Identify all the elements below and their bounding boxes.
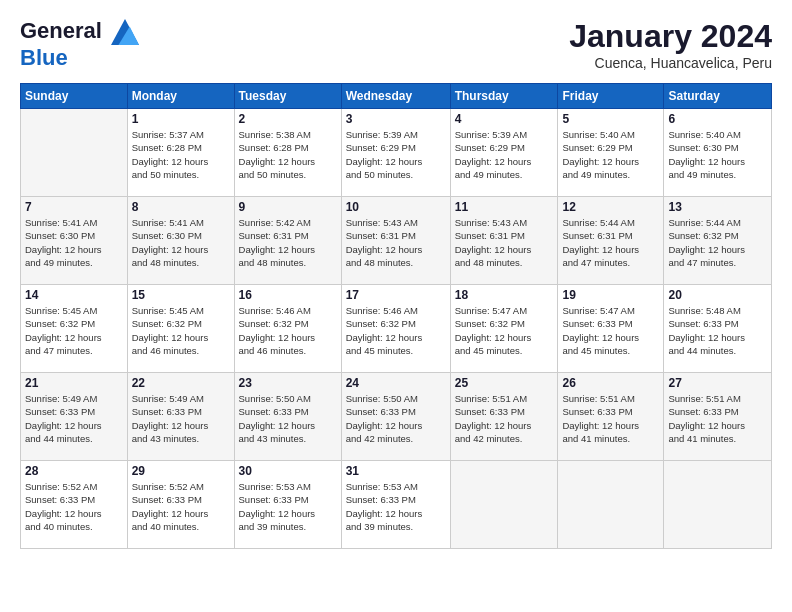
day-info: Sunrise: 5:40 AMSunset: 6:29 PMDaylight:…	[562, 128, 659, 181]
calendar: SundayMondayTuesdayWednesdayThursdayFrid…	[20, 83, 772, 549]
header: General Blue January 2024 Cuenca, Huanca…	[20, 18, 772, 71]
day-info: Sunrise: 5:52 AMSunset: 6:33 PMDaylight:…	[132, 480, 230, 533]
calendar-cell: 10Sunrise: 5:43 AMSunset: 6:31 PMDayligh…	[341, 197, 450, 285]
day-number: 24	[346, 376, 446, 390]
calendar-cell: 8Sunrise: 5:41 AMSunset: 6:30 PMDaylight…	[127, 197, 234, 285]
calendar-cell	[664, 461, 772, 549]
day-info: Sunrise: 5:51 AMSunset: 6:33 PMDaylight:…	[455, 392, 554, 445]
day-number: 20	[668, 288, 767, 302]
calendar-cell	[450, 461, 558, 549]
day-info: Sunrise: 5:51 AMSunset: 6:33 PMDaylight:…	[668, 392, 767, 445]
page: General Blue January 2024 Cuenca, Huanca…	[0, 0, 792, 612]
day-number: 14	[25, 288, 123, 302]
day-number: 6	[668, 112, 767, 126]
location: Cuenca, Huancavelica, Peru	[569, 55, 772, 71]
day-info: Sunrise: 5:40 AMSunset: 6:30 PMDaylight:…	[668, 128, 767, 181]
calendar-cell: 7Sunrise: 5:41 AMSunset: 6:30 PMDaylight…	[21, 197, 128, 285]
day-number: 15	[132, 288, 230, 302]
day-info: Sunrise: 5:45 AMSunset: 6:32 PMDaylight:…	[132, 304, 230, 357]
day-info: Sunrise: 5:53 AMSunset: 6:33 PMDaylight:…	[346, 480, 446, 533]
day-info: Sunrise: 5:39 AMSunset: 6:29 PMDaylight:…	[346, 128, 446, 181]
day-info: Sunrise: 5:38 AMSunset: 6:28 PMDaylight:…	[239, 128, 337, 181]
day-number: 4	[455, 112, 554, 126]
day-info: Sunrise: 5:53 AMSunset: 6:33 PMDaylight:…	[239, 480, 337, 533]
week-row-5: 28Sunrise: 5:52 AMSunset: 6:33 PMDayligh…	[21, 461, 772, 549]
day-number: 22	[132, 376, 230, 390]
week-row-4: 21Sunrise: 5:49 AMSunset: 6:33 PMDayligh…	[21, 373, 772, 461]
day-info: Sunrise: 5:47 AMSunset: 6:33 PMDaylight:…	[562, 304, 659, 357]
day-info: Sunrise: 5:49 AMSunset: 6:33 PMDaylight:…	[25, 392, 123, 445]
calendar-cell: 26Sunrise: 5:51 AMSunset: 6:33 PMDayligh…	[558, 373, 664, 461]
day-info: Sunrise: 5:44 AMSunset: 6:32 PMDaylight:…	[668, 216, 767, 269]
calendar-cell: 31Sunrise: 5:53 AMSunset: 6:33 PMDayligh…	[341, 461, 450, 549]
calendar-cell: 4Sunrise: 5:39 AMSunset: 6:29 PMDaylight…	[450, 109, 558, 197]
weekday-header-row: SundayMondayTuesdayWednesdayThursdayFrid…	[21, 84, 772, 109]
day-number: 31	[346, 464, 446, 478]
day-number: 7	[25, 200, 123, 214]
calendar-cell: 18Sunrise: 5:47 AMSunset: 6:32 PMDayligh…	[450, 285, 558, 373]
logo: General Blue	[20, 18, 139, 70]
day-number: 27	[668, 376, 767, 390]
day-info: Sunrise: 5:52 AMSunset: 6:33 PMDaylight:…	[25, 480, 123, 533]
week-row-3: 14Sunrise: 5:45 AMSunset: 6:32 PMDayligh…	[21, 285, 772, 373]
day-number: 1	[132, 112, 230, 126]
day-number: 10	[346, 200, 446, 214]
day-number: 9	[239, 200, 337, 214]
day-number: 23	[239, 376, 337, 390]
logo-text: General	[20, 18, 139, 46]
day-number: 25	[455, 376, 554, 390]
day-info: Sunrise: 5:50 AMSunset: 6:33 PMDaylight:…	[239, 392, 337, 445]
day-number: 21	[25, 376, 123, 390]
day-number: 11	[455, 200, 554, 214]
weekday-sunday: Sunday	[21, 84, 128, 109]
calendar-cell: 3Sunrise: 5:39 AMSunset: 6:29 PMDaylight…	[341, 109, 450, 197]
calendar-cell: 29Sunrise: 5:52 AMSunset: 6:33 PMDayligh…	[127, 461, 234, 549]
calendar-cell: 21Sunrise: 5:49 AMSunset: 6:33 PMDayligh…	[21, 373, 128, 461]
calendar-cell: 24Sunrise: 5:50 AMSunset: 6:33 PMDayligh…	[341, 373, 450, 461]
day-info: Sunrise: 5:37 AMSunset: 6:28 PMDaylight:…	[132, 128, 230, 181]
calendar-cell: 19Sunrise: 5:47 AMSunset: 6:33 PMDayligh…	[558, 285, 664, 373]
calendar-cell: 16Sunrise: 5:46 AMSunset: 6:32 PMDayligh…	[234, 285, 341, 373]
month-title: January 2024	[569, 18, 772, 55]
calendar-cell: 1Sunrise: 5:37 AMSunset: 6:28 PMDaylight…	[127, 109, 234, 197]
calendar-cell: 27Sunrise: 5:51 AMSunset: 6:33 PMDayligh…	[664, 373, 772, 461]
day-number: 26	[562, 376, 659, 390]
day-info: Sunrise: 5:50 AMSunset: 6:33 PMDaylight:…	[346, 392, 446, 445]
day-number: 2	[239, 112, 337, 126]
day-info: Sunrise: 5:48 AMSunset: 6:33 PMDaylight:…	[668, 304, 767, 357]
logo-blue: Blue	[20, 46, 68, 70]
week-row-2: 7Sunrise: 5:41 AMSunset: 6:30 PMDaylight…	[21, 197, 772, 285]
day-number: 8	[132, 200, 230, 214]
day-number: 17	[346, 288, 446, 302]
title-block: January 2024 Cuenca, Huancavelica, Peru	[569, 18, 772, 71]
calendar-cell: 6Sunrise: 5:40 AMSunset: 6:30 PMDaylight…	[664, 109, 772, 197]
day-info: Sunrise: 5:43 AMSunset: 6:31 PMDaylight:…	[346, 216, 446, 269]
day-info: Sunrise: 5:51 AMSunset: 6:33 PMDaylight:…	[562, 392, 659, 445]
day-info: Sunrise: 5:41 AMSunset: 6:30 PMDaylight:…	[132, 216, 230, 269]
day-number: 30	[239, 464, 337, 478]
weekday-tuesday: Tuesday	[234, 84, 341, 109]
calendar-cell: 13Sunrise: 5:44 AMSunset: 6:32 PMDayligh…	[664, 197, 772, 285]
calendar-cell: 25Sunrise: 5:51 AMSunset: 6:33 PMDayligh…	[450, 373, 558, 461]
day-number: 16	[239, 288, 337, 302]
calendar-cell	[558, 461, 664, 549]
day-number: 13	[668, 200, 767, 214]
weekday-wednesday: Wednesday	[341, 84, 450, 109]
calendar-cell: 22Sunrise: 5:49 AMSunset: 6:33 PMDayligh…	[127, 373, 234, 461]
day-number: 18	[455, 288, 554, 302]
calendar-cell: 14Sunrise: 5:45 AMSunset: 6:32 PMDayligh…	[21, 285, 128, 373]
day-info: Sunrise: 5:44 AMSunset: 6:31 PMDaylight:…	[562, 216, 659, 269]
weekday-friday: Friday	[558, 84, 664, 109]
weekday-thursday: Thursday	[450, 84, 558, 109]
day-number: 3	[346, 112, 446, 126]
calendar-cell: 28Sunrise: 5:52 AMSunset: 6:33 PMDayligh…	[21, 461, 128, 549]
day-number: 5	[562, 112, 659, 126]
day-info: Sunrise: 5:39 AMSunset: 6:29 PMDaylight:…	[455, 128, 554, 181]
calendar-cell: 15Sunrise: 5:45 AMSunset: 6:32 PMDayligh…	[127, 285, 234, 373]
day-number: 28	[25, 464, 123, 478]
day-number: 12	[562, 200, 659, 214]
calendar-cell	[21, 109, 128, 197]
day-number: 29	[132, 464, 230, 478]
day-info: Sunrise: 5:42 AMSunset: 6:31 PMDaylight:…	[239, 216, 337, 269]
calendar-cell: 12Sunrise: 5:44 AMSunset: 6:31 PMDayligh…	[558, 197, 664, 285]
